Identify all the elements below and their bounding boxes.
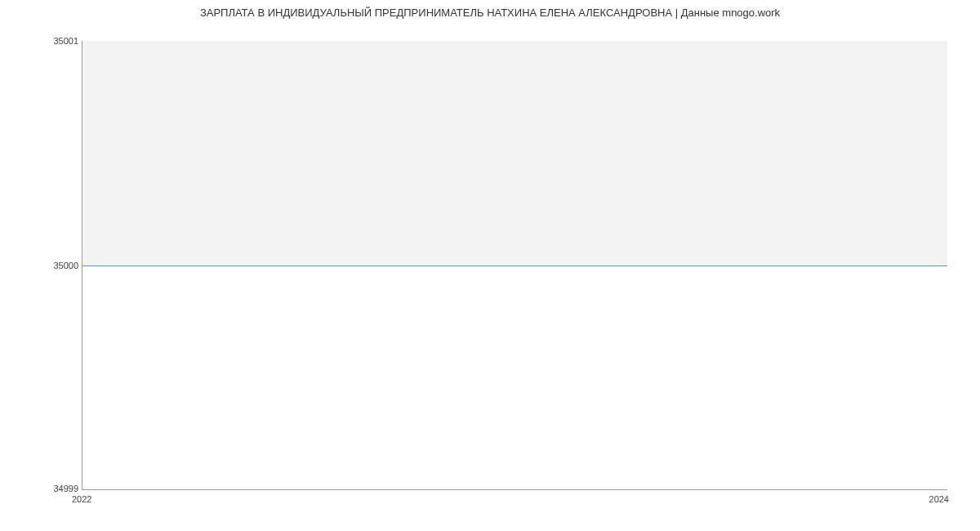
chart-title: ЗАРПЛАТА В ИНДИВИДУАЛЬНЫЙ ПРЕДПРИНИМАТЕЛ… bbox=[0, 7, 980, 19]
x-tick-start: 2022 bbox=[72, 494, 91, 504]
y-tick-top: 35001 bbox=[29, 36, 78, 46]
y-tick-bottom: 34999 bbox=[29, 484, 78, 493]
area-fill bbox=[82, 41, 947, 266]
data-line bbox=[82, 266, 947, 266]
plot-area bbox=[82, 41, 947, 490]
x-tick-end: 2024 bbox=[929, 494, 949, 504]
y-tick-mid: 35000 bbox=[29, 261, 78, 270]
salary-chart: ЗАРПЛАТА В ИНДИВИДУАЛЬНЫЙ ПРЕДПРИНИМАТЕЛ… bbox=[0, 0, 980, 531]
